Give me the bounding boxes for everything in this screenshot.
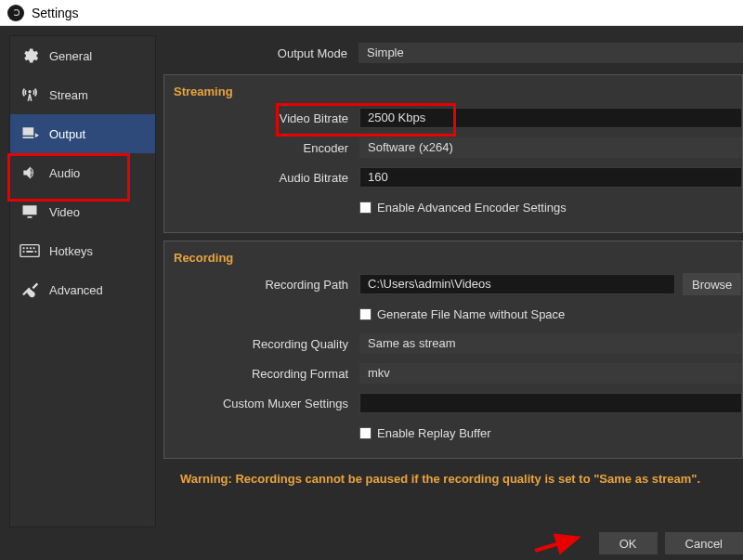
window-title: Settings [32,6,79,20]
sidebar-item-label: Stream [49,88,88,102]
cancel-button[interactable]: Cancel [665,532,743,554]
content-area: Output Mode Simple Streaming Video Bitra… [156,35,743,527]
replay-buffer-label: Enable Replay Buffer [377,426,491,440]
video-bitrate-input[interactable]: 2500 Kbps [359,108,742,128]
checkbox-box [359,202,372,214]
antenna-icon [20,85,40,105]
svg-rect-1 [23,247,25,249]
encoder-select[interactable]: Software (x264) [359,137,742,158]
monitor-icon [20,202,40,222]
replay-buffer-checkbox[interactable]: Enable Replay Buffer [359,426,742,440]
sidebar-item-hotkeys[interactable]: Hotkeys [10,231,155,270]
browse-button[interactable]: Browse [683,273,741,295]
warning-text: Warning: Recordings cannot be paused if … [163,459,743,489]
svg-rect-3 [30,247,32,249]
speaker-icon [20,163,40,183]
output-mode-label: Output Mode [163,46,358,60]
ok-button[interactable]: OK [599,532,658,554]
obs-logo-icon [7,5,24,21]
recording-panel: Recording Recording Path C:\Users\admin\… [163,241,743,459]
tools-icon [20,280,40,300]
sidebar: General Stream Output Audio Video [9,35,156,527]
sidebar-item-label: General [49,49,92,63]
output-icon [20,124,40,144]
svg-rect-2 [26,247,28,249]
svg-rect-6 [26,251,33,253]
muxer-input[interactable] [359,393,742,413]
recording-quality-label: Recording Quality [164,337,359,351]
sidebar-item-video[interactable]: Video [10,192,155,231]
recording-title: Recording [164,243,742,270]
sidebar-item-advanced[interactable]: Advanced [10,270,155,309]
sidebar-item-label: Audio [49,166,80,180]
recording-format-label: Recording Format [164,367,359,381]
audio-bitrate-select[interactable]: 160 [359,167,742,188]
recording-format-select[interactable]: mkv [359,363,742,384]
streaming-panel: Streaming Video Bitrate 2500 Kbps Encode… [163,74,743,233]
sidebar-item-label: Advanced [49,283,103,297]
checkbox-box [359,308,372,320]
svg-rect-5 [23,251,25,253]
gear-icon [20,46,40,66]
checkbox-box [359,427,372,439]
sidebar-item-stream[interactable]: Stream [10,75,155,114]
recording-quality-select[interactable]: Same as stream [359,333,742,354]
filename-nospace-checkbox[interactable]: Generate File Name without Space [359,307,742,321]
sidebar-item-output[interactable]: Output [10,114,155,153]
filename-nospace-label: Generate File Name without Space [377,307,565,321]
sidebar-item-label: Video [49,205,80,219]
sidebar-item-label: Output [49,127,85,141]
encoder-label: Encoder [164,141,359,155]
sidebar-item-label: Hotkeys [49,244,93,258]
video-bitrate-label: Video Bitrate [164,111,359,125]
advanced-encoder-label: Enable Advanced Encoder Settings [377,201,567,215]
advanced-encoder-checkbox[interactable]: Enable Advanced Encoder Settings [359,201,742,215]
sidebar-item-audio[interactable]: Audio [10,153,155,192]
footer: OK Cancel [0,532,743,554]
streaming-title: Streaming [164,77,742,104]
titlebar: Settings [0,0,743,26]
keyboard-icon [20,241,40,261]
svg-rect-7 [35,251,37,253]
recording-path-label: Recording Path [164,278,359,292]
sidebar-item-general[interactable]: General [10,36,155,75]
muxer-label: Custom Muxer Settings [164,397,359,410]
output-mode-select[interactable]: Simple [358,43,743,63]
recording-path-input[interactable]: C:\Users\admin\Videos [359,274,675,294]
audio-bitrate-label: Audio Bitrate [164,171,359,185]
svg-rect-4 [33,247,35,249]
